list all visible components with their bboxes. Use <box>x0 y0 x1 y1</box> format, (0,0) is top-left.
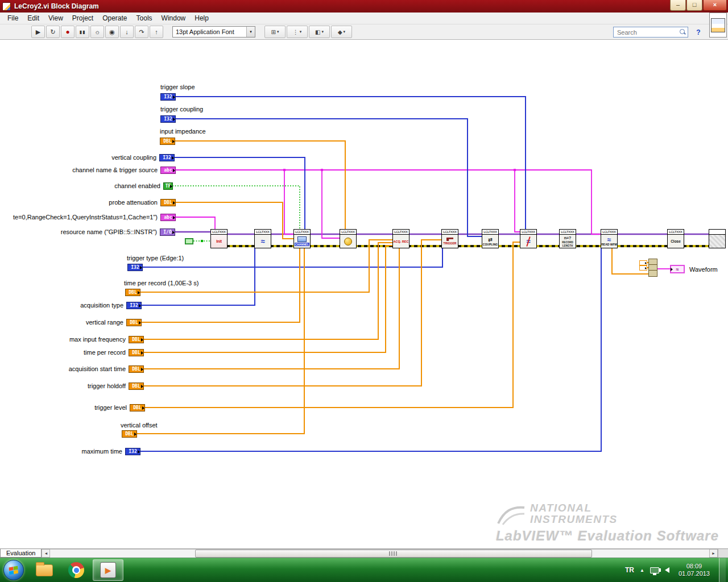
retain-wire-values-button[interactable]: ◉ <box>105 26 119 38</box>
terminal-trigger-level[interactable]: DBL <box>130 404 145 411</box>
wire-trigger-coupling[interactable] <box>176 119 482 236</box>
wire-acquisition-start-time[interactable] <box>144 248 399 369</box>
context-help-button[interactable]: ? <box>693 27 704 38</box>
boolean-constant[interactable] <box>185 238 193 244</box>
wire-trigger-type[interactable] <box>143 248 442 267</box>
hscroll-track[interactable] <box>50 549 709 558</box>
highlight-execution-button[interactable]: ☼ <box>90 26 104 38</box>
hscroll-left-button[interactable]: ◄ <box>42 549 50 558</box>
restore-button[interactable]: □ <box>686 0 702 11</box>
dbl-constant[interactable] <box>639 265 647 271</box>
wire-channel-enabled[interactable] <box>172 186 300 230</box>
dbl-constant[interactable] <box>639 260 647 265</box>
step-over-button[interactable]: ↷ <box>135 26 148 38</box>
run-button[interactable]: ▶ <box>31 26 45 38</box>
distribute-objects-button[interactable]: ⋮ ▾ <box>287 26 308 38</box>
menu-file[interactable]: File <box>3 13 23 24</box>
wire-channel-name-branch-1[interactable] <box>284 170 293 234</box>
block-diagram-canvas[interactable]: trigger slope trigger coupling input imp… <box>0 40 728 548</box>
terminal-acquisition-type[interactable]: I32 <box>126 302 142 309</box>
hscroll-right-button[interactable]: ► <box>709 549 718 558</box>
window-resize-corner[interactable] <box>718 549 728 558</box>
wire-maximum-time[interactable] <box>140 248 601 451</box>
terminal-vertical-offset[interactable]: DBL <box>122 430 137 438</box>
wire-trigger-holdoff[interactable] <box>144 240 441 386</box>
waveform-indicator[interactable]: ≈ <box>670 265 685 273</box>
taskbar-item-explorer[interactable] <box>28 559 60 581</box>
menu-project[interactable]: Project <box>68 13 98 24</box>
terminal-resource-name[interactable]: I/O <box>160 228 175 236</box>
menu-operate[interactable]: Operate <box>98 13 131 24</box>
terminal-max-input-frequency[interactable]: DBL <box>129 336 144 343</box>
wire-input-impedance[interactable] <box>175 141 345 230</box>
wire-channel-name-branch-3[interactable] <box>515 170 520 232</box>
wire-trigger-slope[interactable] <box>176 97 526 230</box>
terminal-vertical-coupling[interactable]: I32 <box>159 154 175 161</box>
hidden-icons-chevron[interactable]: ▲ <box>640 568 644 573</box>
taskbar-item-chrome[interactable] <box>60 559 92 581</box>
terminal-probe-attenuation[interactable]: DBL <box>160 199 176 206</box>
vi-node-edge-trigger[interactable]: LCLTXXX ≈ <box>520 229 537 248</box>
vi-node-read-waveform[interactable]: LCLTXXX ≈READ WFM <box>601 229 618 248</box>
bundle-node[interactable] <box>648 259 657 277</box>
menu-window[interactable]: Window <box>157 13 191 24</box>
volume-icon[interactable] <box>665 567 669 573</box>
start-button[interactable] <box>3 560 24 580</box>
network-icon[interactable] <box>650 567 659 573</box>
vi-node-trigger[interactable]: LCLTXXX TRIGGER <box>441 229 458 248</box>
terminal-option-string[interactable]: abc <box>160 214 176 221</box>
wire-probe-attenuation[interactable] <box>176 202 293 239</box>
run-continuously-button[interactable]: ↻ <box>46 26 60 38</box>
tab-evaluation[interactable]: Evaluation <box>0 549 42 558</box>
minimize-button[interactable]: – <box>670 0 686 11</box>
font-selector[interactable]: 13pt Application Font ▾ <box>172 26 255 38</box>
vi-node-acquisition[interactable]: LCLTXXX ≈ <box>254 229 271 248</box>
vi-node-close[interactable]: LCLTXXX Close <box>667 229 684 248</box>
vi-node-acq-record[interactable]: LCLTXXX ACQ. REC <box>392 229 410 248</box>
terminal-input-impedance[interactable]: DBL <box>160 138 175 145</box>
terminal-trigger-type[interactable]: I32 <box>127 264 143 271</box>
abort-button[interactable]: ● <box>61 26 75 38</box>
taskbar-item-labview[interactable]: ▶ <box>92 559 124 581</box>
search-icon[interactable] <box>680 29 686 35</box>
terminal-channel-name[interactable]: abc <box>160 167 176 174</box>
vi-node-error-out[interactable] <box>709 229 726 248</box>
terminal-trigger-coupling[interactable]: I32 <box>160 115 176 123</box>
terminal-trigger-holdoff[interactable]: DBL <box>129 383 144 390</box>
taskbar-clock[interactable]: 08:09 01.07.2013 <box>675 563 713 577</box>
show-desktop-button[interactable] <box>719 558 726 582</box>
menu-tools[interactable]: Tools <box>132 13 157 24</box>
terminal-time-per-record-1[interactable]: DBL <box>125 289 140 296</box>
step-into-button[interactable]: ↓ <box>120 26 134 38</box>
clean-up-diagram-icon: ◆ <box>338 29 342 35</box>
search-input[interactable] <box>617 29 680 36</box>
align-objects-button[interactable]: ⊞ ▾ <box>264 26 286 38</box>
step-out-button[interactable]: ↑ <box>150 26 163 38</box>
wire-channel-name-branch-2[interactable] <box>322 170 340 238</box>
wire-vertical-offset[interactable] <box>137 248 304 434</box>
hscroll-thumb[interactable] <box>195 550 592 558</box>
wire-vertical-coupling[interactable] <box>175 157 305 230</box>
vi-node-channel-config[interactable]: LCLTXXX <box>340 229 357 248</box>
language-indicator[interactable]: TR <box>625 566 634 574</box>
vi-node-channel[interactable]: LCLTXXX CHANNEL <box>293 229 311 248</box>
terminal-time-per-record-2[interactable]: DBL <box>129 349 144 356</box>
clean-up-diagram-button[interactable]: ◆ ▾ <box>331 26 352 38</box>
close-button[interactable]: × <box>703 0 727 11</box>
terminal-vertical-range[interactable]: DBL <box>126 319 142 326</box>
terminal-maximum-time[interactable]: I32 <box>125 448 140 455</box>
wire-option-string[interactable] <box>176 217 215 230</box>
chrome-icon <box>68 562 84 578</box>
menu-view[interactable]: View <box>44 13 68 24</box>
pause-button[interactable]: ▮▮ <box>76 26 89 38</box>
vi-node-record-length[interactable]: LCLTXXX n=?RECORD LENGTH <box>559 229 576 248</box>
terminal-channel-enabled[interactable]: TF <box>163 182 173 190</box>
vi-node-initialize[interactable]: LCLTXXX Init <box>210 229 228 248</box>
terminal-acquisition-start-time[interactable]: DBL <box>129 365 144 373</box>
reorder-objects-button[interactable]: ◧ ▾ <box>309 26 330 38</box>
vi-icon-pane[interactable] <box>709 13 727 38</box>
vi-node-coupling[interactable]: LCLTXXX ⇄COUPLING <box>482 229 499 248</box>
terminal-trigger-slope[interactable]: I32 <box>160 93 176 101</box>
menu-help[interactable]: Help <box>190 13 213 24</box>
menu-edit[interactable]: Edit <box>23 13 44 24</box>
